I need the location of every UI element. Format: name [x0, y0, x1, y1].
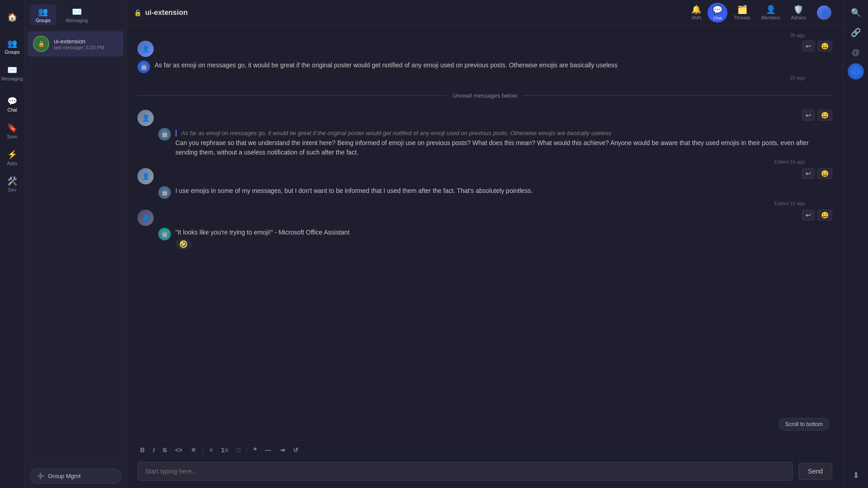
clear-button[interactable]: ✕	[188, 445, 199, 455]
channel-name-header: ui-extension	[145, 9, 188, 17]
message-text: As far as emoji on messages go, it would…	[155, 61, 832, 70]
bullet-list-button[interactable]: ≡	[207, 445, 216, 455]
nav-messaging[interactable]: ✉️ Messaging	[1, 61, 24, 85]
channel-title: 🔒 ui-extension	[134, 9, 682, 17]
quote-button[interactable]: ❝	[250, 445, 259, 455]
quoted-message: As far as emoji on messages go, it would…	[175, 130, 832, 136]
italic-button[interactable]: I	[150, 445, 157, 455]
toolbar-separator	[246, 446, 247, 454]
channel-name: ui-extension	[54, 38, 118, 45]
message-row: 👤 ↩ 😀	[137, 168, 832, 184]
message-block: 👤 ↩ 😀 🤖 As far as emoji on messages go, …	[137, 110, 832, 164]
send-button[interactable]: Send	[798, 463, 832, 480]
message-block: 👤 ↩ 😀 🤖 I use emojis in some of my messa…	[137, 168, 832, 206]
search-icon-panel[interactable]: 🔍	[847, 4, 865, 22]
lock-icon: 🔒	[134, 9, 142, 16]
reply-button[interactable]: ↩	[802, 41, 815, 52]
indent-button[interactable]: ⇥	[277, 445, 288, 455]
reply-button[interactable]: ↩	[802, 210, 815, 221]
tab-chat[interactable]: 💬 Chat	[708, 3, 727, 23]
avatar: 👤	[137, 41, 154, 57]
edited-label: Edited 1h ago	[137, 201, 832, 206]
channel-last-message: last message: 5:20 PM	[54, 45, 118, 50]
user-avatar-icon: 👤	[817, 5, 831, 20]
nav-chat[interactable]: 💬 Chat	[1, 92, 24, 117]
bot-icon: 🤖	[158, 228, 171, 240]
undo-button[interactable]: ↺	[290, 445, 301, 455]
groups-icon: 👥	[38, 7, 48, 17]
download-icon-panel[interactable]: ⬇	[847, 466, 865, 484]
message-text: Can you rephrase so that we understand t…	[175, 138, 832, 157]
scroll-to-bottom-button[interactable]: Scroll to bottom	[778, 418, 830, 431]
top-bar: 🔒 ui-extension 🔔 ANN 💬 Chat 🗂️ Threads 👤…	[127, 0, 843, 25]
message-row: 👤 ↩ 😀	[137, 41, 832, 57]
channel-item[interactable]: 🔒 ui-extension last message: 5:20 PM	[28, 31, 123, 56]
hr-button[interactable]: —	[262, 445, 274, 455]
bot-icon: 🤖	[137, 61, 150, 73]
message-row: 🤖 As far as emoji on messages go, it wou…	[137, 61, 832, 73]
message-actions: ↩ 😀	[802, 210, 832, 221]
message-with-quote: 🤖 As far as emoji on messages go, it wou…	[158, 128, 832, 157]
emoji-button[interactable]: 😀	[817, 168, 832, 179]
tab-members[interactable]: 👤 Members	[757, 2, 785, 23]
message-body: 🤖 I use emojis in some of my messages, b…	[158, 186, 832, 199]
tab-threads[interactable]: 🗂️ Threads	[729, 2, 755, 23]
messages-area[interactable]: 3h ago 👤 ↩ 😀 🤖 As far as emoji on messag…	[127, 25, 843, 440]
channel-list: 🔒 ui-extension last message: 5:20 PM	[25, 30, 126, 464]
message-text: "It looks like you're trying to emoji!" …	[175, 228, 349, 237]
messaging-icon: ✉️	[72, 7, 82, 17]
message-block: 🤖 As far as emoji on messages go, it wou…	[137, 61, 832, 81]
message-actions: ↩ 😀	[802, 168, 832, 179]
avatar: 👤	[137, 110, 154, 126]
nav-save[interactable]: 🔖 Save	[1, 118, 24, 143]
emoji-reaction[interactable]: 🤣	[175, 239, 192, 249]
checkbox-button[interactable]: □	[234, 445, 243, 455]
edited-label: Edited 1h ago	[137, 159, 832, 164]
user-avatar-panel[interactable]: 👤	[848, 63, 864, 80]
group-mgmt-button[interactable]: ➕ Group Mgmt	[29, 469, 122, 483]
main-content: 🔒 ui-extension 🔔 ANN 💬 Chat 🗂️ Threads 👤…	[127, 0, 843, 488]
sidebar-footer: ➕ Group Mgmt	[25, 464, 126, 488]
user-menu[interactable]: 👤	[812, 3, 836, 23]
nav-home[interactable]: 🏠	[1, 5, 24, 29]
code-button[interactable]: <>	[172, 445, 185, 455]
channel-avatar: 🔒	[33, 36, 49, 52]
input-area: Send	[127, 458, 843, 488]
right-panel: 🔍 🔗 @ 👤 ⬇	[843, 0, 868, 488]
message-block: 3h ago 👤 ↩ 😀	[137, 33, 832, 57]
link-icon-panel[interactable]: 🔗	[847, 23, 865, 42]
emoji-button[interactable]: 😀	[817, 210, 832, 221]
tab-admins[interactable]: 🛡️ Admins	[787, 2, 811, 23]
channel-info: ui-extension last message: 5:20 PM	[54, 38, 118, 50]
reply-button[interactable]: ↩	[802, 110, 815, 121]
strikethrough-button[interactable]: S	[160, 445, 170, 455]
numbered-list-button[interactable]: 1≡	[218, 445, 231, 455]
message-row: 👤 ↩ 😀	[137, 210, 832, 226]
sidebar-tab-groups[interactable]: 👥 Groups	[30, 5, 56, 25]
message-body: 🤖 "It looks like you're trying to emoji!…	[158, 228, 832, 249]
nav-dev[interactable]: 🛠️ Dev	[1, 172, 24, 197]
message-time: 2h ago	[137, 75, 832, 80]
far-left-nav: 🏠 👥 Groups ✉️ Messaging 💬 Chat 🔖 Save ⚡ …	[0, 0, 25, 488]
reply-button[interactable]: ↩	[802, 168, 815, 179]
message-input[interactable]	[137, 462, 793, 481]
avatar: 👤	[137, 168, 154, 184]
members-icon: 👤	[766, 5, 776, 14]
bot-icon: 🤖	[158, 186, 171, 199]
emoji-button[interactable]: 😀	[817, 41, 832, 52]
admins-icon: 🛡️	[793, 5, 803, 14]
message-row: 👤 ↩ 😀	[137, 110, 832, 126]
unread-divider: Unread messages below	[137, 92, 832, 99]
message-text: I use emojis in some of my messages, but…	[175, 186, 533, 199]
sidebar-tab-messaging[interactable]: ✉️ Messaging	[61, 5, 93, 25]
top-bar-actions: 🔔 ANN 💬 Chat 🗂️ Threads 👤 Members 🛡️ Adm…	[687, 2, 836, 23]
emoji-button[interactable]: 😀	[817, 110, 832, 121]
tab-ann[interactable]: 🔔 ANN	[687, 2, 706, 23]
nav-apps[interactable]: ⚡ Apps	[1, 145, 24, 170]
nav-groups[interactable]: 👥 Groups	[1, 34, 24, 59]
bold-button[interactable]: B	[137, 445, 147, 455]
plus-icon: ➕	[37, 473, 44, 479]
mention-icon-panel[interactable]: @	[847, 43, 865, 61]
bot-icon: 🤖	[158, 128, 171, 141]
toolbar-separator	[203, 446, 203, 454]
